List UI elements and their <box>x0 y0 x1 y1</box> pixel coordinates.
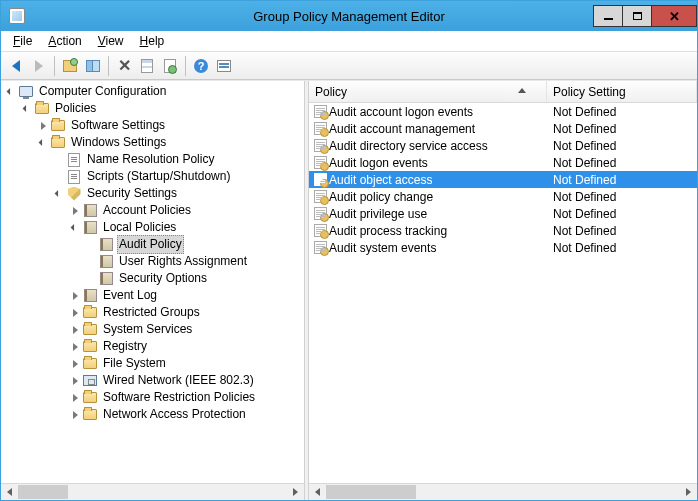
scroll-thumb[interactable] <box>326 485 416 499</box>
tree-node-windows-settings[interactable]: Windows Settings <box>37 134 304 151</box>
tree-node-event-log[interactable]: Event Log <box>69 287 304 304</box>
tree-node-security-settings[interactable]: Security Settings <box>53 185 304 202</box>
tree-node-local-policies[interactable]: Local Policies <box>69 219 304 236</box>
menubar: FFileile Action View Help <box>1 31 697 52</box>
scroll-track[interactable] <box>18 484 287 500</box>
list-row[interactable]: Audit account managementNot Defined <box>309 120 697 137</box>
folder-icon <box>83 307 97 318</box>
titlebar[interactable]: Group Policy Management Editor ✕ <box>1 1 697 31</box>
delete-button[interactable]: ✕ <box>113 55 135 77</box>
policy-setting: Not Defined <box>547 173 697 187</box>
tree-node-restricted-groups[interactable]: Restricted Groups <box>69 304 304 321</box>
list-row[interactable]: Audit logon eventsNot Defined <box>309 154 697 171</box>
folder-up-icon <box>63 60 77 72</box>
toolbar-separator <box>54 56 55 76</box>
policy-setting: Not Defined <box>547 105 697 119</box>
tree-node-system-services[interactable]: System Services <box>69 321 304 338</box>
tree-node-security-options[interactable]: Security Options <box>85 270 304 287</box>
folder-icon <box>51 137 65 148</box>
list-row[interactable]: Audit directory service accessNot Define… <box>309 137 697 154</box>
list-row[interactable]: Audit policy changeNot Defined <box>309 188 697 205</box>
tree-node-scripts[interactable]: Scripts (Startup/Shutdown) <box>53 168 304 185</box>
close-button[interactable]: ✕ <box>651 5 697 27</box>
policy-setting: Not Defined <box>547 156 697 170</box>
maximize-button[interactable] <box>622 5 652 27</box>
list-row[interactable]: Audit object accessNot Defined <box>309 171 697 188</box>
scroll-right-button[interactable] <box>680 484 697 500</box>
folder-icon <box>83 409 97 420</box>
book-icon <box>84 221 97 234</box>
list-h-scrollbar[interactable] <box>309 483 697 500</box>
list-row[interactable]: Audit process trackingNot Defined <box>309 222 697 239</box>
network-icon <box>83 375 97 386</box>
chevron-left-icon <box>7 488 12 496</box>
policy-item-icon <box>314 224 327 237</box>
tree-node-software-settings[interactable]: Software Settings <box>37 117 304 134</box>
menu-help[interactable]: Help <box>132 32 173 50</box>
tree-node-account-policies[interactable]: Account Policies <box>69 202 304 219</box>
policy-name: Audit account management <box>327 122 547 136</box>
tree-scroll[interactable]: Computer Configuration Policies <box>1 81 304 483</box>
tree-node-software-restriction[interactable]: Software Restriction Policies <box>69 389 304 406</box>
policy-name: Audit account logon events <box>327 105 547 119</box>
list-scroll[interactable]: Audit account logon eventsNot DefinedAud… <box>309 103 697 483</box>
folder-icon <box>83 392 97 403</box>
arrow-right-icon <box>35 60 43 72</box>
policy-list: Audit account logon eventsNot DefinedAud… <box>309 103 697 256</box>
sheet-refresh-icon <box>164 59 176 73</box>
options-button[interactable] <box>213 55 235 77</box>
policy-setting: Not Defined <box>547 190 697 204</box>
help-button[interactable]: ? <box>190 55 212 77</box>
tree-node-audit-policy[interactable]: Audit Policy <box>85 236 304 253</box>
tree-node-computer-configuration[interactable]: Computer Configuration <box>5 83 304 100</box>
column-header-setting[interactable]: Policy Setting <box>547 81 697 102</box>
policy-name: Audit process tracking <box>327 224 547 238</box>
tree-node-registry[interactable]: Registry <box>69 338 304 355</box>
toolbar: ✕ ? <box>1 52 697 80</box>
tree-node-name-resolution-policy[interactable]: Name Resolution Policy <box>53 151 304 168</box>
scroll-thumb[interactable] <box>18 485 68 499</box>
tree-node-user-rights[interactable]: User Rights Assignment <box>85 253 304 270</box>
policy-doc-icon <box>68 153 80 167</box>
list-row[interactable]: Audit account logon eventsNot Defined <box>309 103 697 120</box>
policy-item-icon <box>314 207 327 220</box>
tree-node-nap[interactable]: Network Access Protection <box>69 406 304 423</box>
sort-ascending-icon <box>518 88 526 93</box>
tree-h-scrollbar[interactable] <box>1 483 304 500</box>
menu-action-label: ction <box>56 34 81 48</box>
menu-file[interactable]: FFileile <box>5 32 40 50</box>
arrow-left-icon <box>12 60 20 72</box>
policy-setting: Not Defined <box>547 241 697 255</box>
show-hide-tree-button[interactable] <box>82 55 104 77</box>
properties-icon <box>217 60 231 72</box>
window-controls: ✕ <box>594 5 697 27</box>
policy-item-icon <box>314 105 327 118</box>
book-icon <box>84 289 97 302</box>
policy-name: Audit directory service access <box>327 139 547 153</box>
scroll-track[interactable] <box>326 484 680 500</box>
export-button[interactable] <box>159 55 181 77</box>
list-row[interactable]: Audit system eventsNot Defined <box>309 239 697 256</box>
minimize-button[interactable] <box>593 5 623 27</box>
policy-item-icon <box>314 173 327 186</box>
nav-back-button[interactable] <box>5 55 27 77</box>
list-row[interactable]: Audit privilege useNot Defined <box>309 205 697 222</box>
up-level-button[interactable] <box>59 55 81 77</box>
book-icon <box>100 272 113 285</box>
tree-node-policies[interactable]: Policies <box>21 100 304 117</box>
menu-action[interactable]: Action <box>40 32 89 50</box>
client-area: Computer Configuration Policies <box>1 80 697 500</box>
tree-node-wired-network[interactable]: Wired Network (IEEE 802.3) <box>69 372 304 389</box>
policy-tree: Computer Configuration Policies <box>1 81 304 425</box>
scroll-left-button[interactable] <box>1 484 18 500</box>
tree-node-file-system[interactable]: File System <box>69 355 304 372</box>
toolbar-separator <box>108 56 109 76</box>
x-icon: ✕ <box>118 56 131 75</box>
nav-forward-button[interactable] <box>28 55 50 77</box>
column-header-policy[interactable]: Policy <box>309 81 547 102</box>
menu-view[interactable]: View <box>90 32 132 50</box>
list-pane: Policy Policy Setting Audit account logo… <box>309 81 697 500</box>
scroll-left-button[interactable] <box>309 484 326 500</box>
scroll-right-button[interactable] <box>287 484 304 500</box>
properties-button[interactable] <box>136 55 158 77</box>
